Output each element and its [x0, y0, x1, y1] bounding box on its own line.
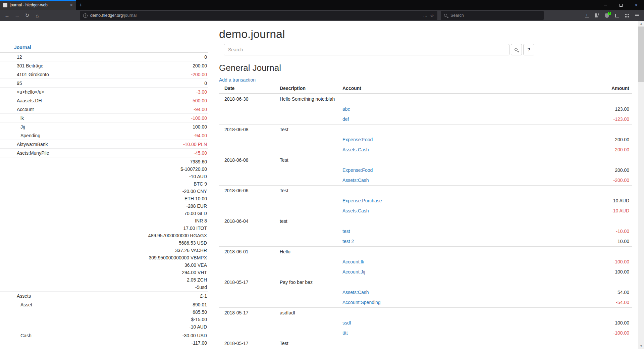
journal-search-input[interactable] [224, 44, 509, 55]
downloads-button[interactable]: ↓ [582, 11, 592, 20]
sidebar-account-row: Aaasets:DH-500.00 [0, 96, 208, 105]
extension-button[interactable]: 0 [602, 11, 612, 20]
scrollbar-thumb[interactable] [638, 27, 644, 82]
sidebar-account-balance: -94.00 [94, 131, 208, 140]
balance-amount: -45.00 [94, 149, 207, 157]
window-controls: × [598, 0, 644, 10]
transaction-date: 2018-05-17 [219, 338, 280, 349]
balance-amount: 7989.60 [94, 158, 207, 165]
sidebar-account-link[interactable]: Jij [20, 124, 25, 130]
sidebar-account-link[interactable]: <u>hello</u> [17, 89, 44, 95]
sidebar-account-link[interactable]: 301 Beiträge [17, 63, 43, 68]
posting-account-link[interactable]: Expense:Purchase [342, 198, 382, 203]
forward-button[interactable]: → [12, 11, 22, 20]
window-minimize-button[interactable] [598, 0, 613, 10]
menu-button[interactable] [632, 11, 642, 20]
balance-amount: -20.00 CNY [94, 188, 207, 195]
url-bar[interactable]: i demo.hledger.org/journal … ☆ [80, 11, 437, 20]
sidebar-account-row: Spending-94.00 [0, 131, 208, 140]
posting-account-cell: abc [342, 104, 530, 114]
tiles-button[interactable] [622, 11, 632, 20]
sidebar-account-row: Asset890.01685.50$-15.00-10 AUD [0, 300, 208, 331]
sidebar-account-balance: -100.00 [94, 114, 208, 122]
add-transaction-link[interactable]: Add a transaction [219, 77, 256, 83]
site-info-icon[interactable]: i [83, 13, 88, 18]
window-close-button[interactable]: × [629, 0, 644, 10]
col-header-date: Date [219, 83, 280, 94]
sidebars-button[interactable] [612, 11, 622, 20]
sidebar-account-link[interactable]: Spending [20, 133, 40, 138]
posting-row: Account:lk-100.00 [219, 257, 632, 267]
posting-account-link[interactable]: Expense:Food [342, 137, 373, 142]
posting-account-link[interactable]: Assets:Cash [342, 290, 369, 295]
journal-nav-link[interactable]: Journal [14, 45, 31, 50]
sidebar-account-balance: -94.00 [94, 105, 208, 114]
col-header-account: Account [342, 83, 530, 94]
posting-account-cell: Expense:Purchase [342, 196, 530, 206]
extension-icon: 0 [605, 13, 609, 18]
sidebar-account-link[interactable]: Account [17, 107, 34, 112]
browser-search-bar[interactable]: Search [441, 11, 544, 20]
url-path: /journal [123, 13, 137, 18]
posting-row: tttt-100.00 [219, 328, 632, 338]
extension-badge: 0 [608, 12, 611, 15]
back-button[interactable]: ← [2, 11, 12, 20]
balance-amount: -5usd [94, 284, 207, 291]
transaction-description: test [280, 216, 342, 227]
sidebar-account-link[interactable]: lk [20, 115, 24, 121]
window-maximize-button[interactable] [613, 0, 629, 10]
page-actions-icon[interactable]: … [423, 13, 427, 18]
posting-account-link[interactable]: abc [342, 106, 350, 112]
posting-account-link[interactable]: def [342, 116, 349, 122]
posting-account-link[interactable]: test 2 [342, 239, 354, 244]
bookmark-star-icon[interactable]: ☆ [430, 13, 434, 18]
tab-close-icon[interactable]: × [70, 3, 73, 7]
posting-account-link[interactable]: Account:lk [342, 259, 364, 264]
posting-account-link[interactable]: Expense:Food [342, 167, 373, 173]
journal-search-form: ? [224, 44, 632, 55]
search-submit-button[interactable] [511, 44, 522, 55]
sidebar-account-link[interactable]: Aaasets:DH [17, 98, 42, 103]
sidebar-account-balance: 100.00 [94, 122, 208, 131]
transaction-description: Test [280, 155, 342, 165]
page-scrollbar[interactable]: ▲ ▼ [638, 21, 644, 349]
posting-account-link[interactable]: ssdf [342, 320, 351, 326]
scrollbar-up-arrow[interactable]: ▲ [638, 21, 644, 27]
posting-account-link[interactable]: tttt [342, 330, 348, 336]
sidebar-account-link[interactable]: 95 [17, 81, 22, 86]
sidebar-account-link[interactable]: Asets:MunyPile [17, 150, 49, 156]
sidebar-account-balance: 0 [94, 79, 208, 88]
sidebar-account-link[interactable]: 4101 Girokonto [17, 72, 49, 77]
posting-row: abc123.00 [219, 104, 632, 114]
transaction-description: Pay foo bar baz [280, 277, 342, 288]
transaction-date: 2018-06-08 [219, 155, 280, 165]
home-button[interactable]: ⌂ [32, 11, 42, 20]
browser-tab[interactable]: journal - hledger-web × [0, 0, 76, 10]
posting-account-link[interactable]: Assets:Cash [342, 147, 369, 152]
browser-navbar: ← → ↻ ⌂ i demo.hledger.org/journal … ☆ S… [0, 10, 644, 21]
sidebar-account-link[interactable]: Asset [20, 302, 32, 307]
search-help-button[interactable]: ? [523, 44, 534, 55]
posting-account-link[interactable]: Account:Jij [342, 269, 365, 275]
balance-amount: -94.00 [94, 106, 207, 113]
posting-account-link[interactable]: Assets:Cash [342, 178, 369, 183]
sidebar-account-link[interactable]: Cash [20, 333, 32, 338]
sidebar-account-link[interactable]: Assets [17, 293, 31, 299]
search-icon [444, 13, 448, 18]
posting-account-link[interactable]: Assets:Cash [342, 208, 369, 213]
posting-account-cell: Assets:Cash [342, 206, 530, 216]
posting-account-cell: Assets:Cash [342, 287, 530, 297]
library-button[interactable] [592, 11, 602, 20]
sidebar-account-link[interactable]: 12 [17, 54, 22, 60]
posting-row: Assets:Cash-10 AUD [219, 206, 632, 216]
reload-button[interactable]: ↻ [22, 11, 32, 20]
new-tab-button[interactable]: + [76, 0, 86, 10]
scrollbar-down-arrow[interactable]: ▼ [638, 343, 644, 349]
posting-amount: 100.00 [530, 267, 632, 277]
sidebar-header: Journal [0, 42, 208, 53]
balance-amount: 2.05 ZCH [94, 276, 207, 284]
sidebar-account-link[interactable]: Aktywa:mBank [17, 142, 48, 147]
posting-account-link[interactable]: test [342, 229, 350, 234]
sidebar-account-balance: -45.00 [94, 149, 208, 157]
posting-account-link[interactable]: Account:Spending [342, 300, 381, 305]
